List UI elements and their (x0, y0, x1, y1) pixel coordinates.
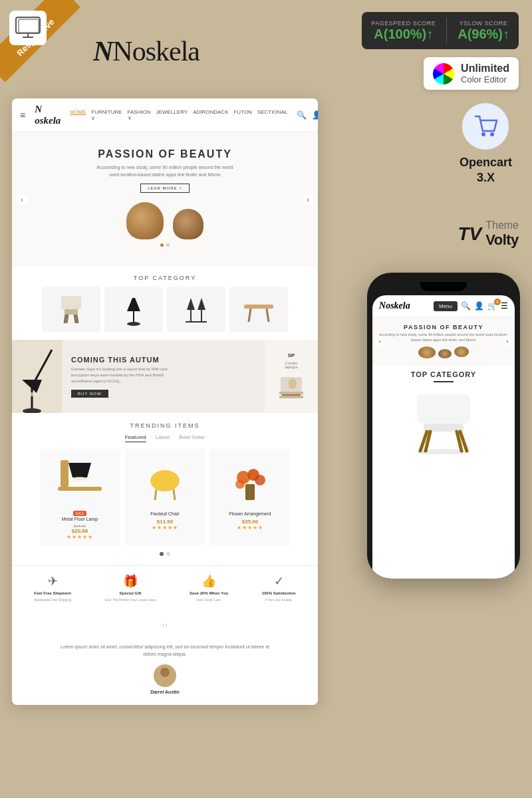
sale-badge: SALE (45, 511, 114, 515)
divider (446, 17, 447, 44)
trending-section: TRENDING ITEMS Featured Latest Best Sell… (12, 413, 318, 565)
reviewer-avatar (154, 664, 176, 687)
cat-item-lamp[interactable] (104, 287, 163, 332)
nav-furniture[interactable]: FURNITURE ∨ (91, 109, 122, 121)
phone-prev-arrow[interactable]: ‹ (375, 336, 384, 346)
check-icon: ✓ (274, 574, 284, 589)
cat-item-lamps[interactable] (167, 287, 225, 332)
phone-hamburger-icon[interactable]: ☰ (501, 301, 508, 311)
products-grid: SALE Metal Floor Lamp $28.00 $20.88 ★★★★… (21, 449, 309, 545)
dot-1[interactable] (160, 243, 164, 247)
pagespeed-score: A(100%)↑ (374, 27, 433, 42)
product-name-flower: Flower Arrangement (215, 511, 285, 516)
svg-line-22 (267, 309, 269, 322)
svg-rect-6 (61, 296, 81, 309)
feature-gift: 🎁 Special Gift Give The Perfect Your Lov… (104, 574, 156, 602)
phone-header: Noskela Menu 🔍 👤 🛒 8 ☰ (372, 295, 515, 317)
phone-mockup: Noskela Menu 🔍 👤 🛒 8 ☰ ‹ › PASSION OF BE… (367, 273, 520, 579)
svg-line-9 (76, 315, 78, 323)
tab-bestseller[interactable]: Best Seller (180, 434, 205, 442)
nav-jewellery[interactable]: JEWELLERY (156, 109, 188, 121)
svg-point-34 (289, 378, 297, 389)
phone-menu-btn[interactable]: Menu (434, 301, 458, 311)
product-price-flower: $35.00 (215, 519, 285, 525)
nav-futon[interactable]: FUTON (233, 109, 251, 121)
product-stars-chair: ★★★★★ (130, 525, 200, 531)
color-wheel-icon (433, 63, 454, 84)
svg-point-25 (23, 408, 41, 413)
phone-user-icon[interactable]: 👤 (474, 301, 484, 311)
product-price: $20.88 (45, 528, 114, 534)
pagespeed-item: PageSpeed Score A(100%)↑ (371, 20, 436, 42)
user-icon[interactable]: 👤 (312, 110, 318, 120)
preview-logo: N oskela (35, 104, 61, 126)
prev-arrow[interactable]: ‹ (16, 194, 28, 205)
svg-rect-51 (417, 394, 470, 424)
color-editor-line1: Unlimited (461, 63, 509, 74)
product-card-lamp: SALE Metal Floor Lamp $28.00 $20.88 ★★★★… (40, 449, 120, 545)
svg-point-45 (255, 475, 265, 485)
svg-rect-7 (65, 309, 78, 315)
buy-now-button[interactable]: BUY NOW (71, 390, 108, 398)
feature-title-sat: 100% Satisfaction (262, 591, 296, 595)
feature-desc-gift: Give The Perfect Your Loved Ones (104, 598, 156, 602)
feature-title-gift: Special Gift (120, 591, 142, 595)
thumbsup-icon: 👍 (201, 574, 216, 589)
tab-latest[interactable]: Latest (156, 434, 170, 442)
coming-desc: Gemato Says it's looking into a report t… (71, 366, 178, 384)
speed-badge: PageSpeed Score A(100%)↑ YSlow Score A(9… (362, 12, 519, 49)
feature-desc-disc: Use Credit Card. (197, 598, 221, 602)
hero-subtitle: Accoording to new study, some 90 million… (92, 164, 238, 178)
hero-button[interactable]: LEAR MORE > (140, 184, 190, 193)
svg-rect-29 (279, 392, 303, 394)
product-img-lamp (45, 454, 114, 507)
right-badges: PageSpeed Score A(100%)↑ YSlow Score A(9… (362, 12, 519, 90)
monitor-icon (9, 11, 47, 45)
opencart-badge: Opencart 3.X (460, 103, 512, 186)
svg-point-14 (127, 322, 140, 326)
product-name-chair: Fauteuil Chair (130, 511, 200, 516)
coming-right: SP Compulaptops (265, 340, 318, 413)
svg-line-8 (65, 315, 66, 323)
nav-adirondack[interactable]: ADIRONDACK (193, 109, 228, 121)
hero-title: PASSION OF BEAUTY (98, 148, 232, 160)
phone-search-icon[interactable]: 🔍 (461, 301, 471, 311)
phone-next-arrow[interactable]: › (503, 336, 512, 346)
search-icon[interactable]: 🔍 (297, 110, 307, 120)
phone-hero-title: PASSION OF BEAUTY (379, 324, 508, 331)
svg-rect-33 (279, 396, 303, 398)
nav-links: HOME FURNITURE ∨ FASHION ∨ JEWELLERY ADI… (70, 109, 287, 121)
vase-2 (173, 209, 203, 239)
hamburger-icon[interactable]: ≡ (20, 110, 25, 120)
nav-icons: 🔍 👤 🛒 (297, 110, 318, 120)
yslow-item: YSlow Score A(96%)↑ (458, 20, 509, 42)
product-img-chair (130, 454, 200, 507)
cart-badge-count: 8 (494, 299, 501, 305)
reviewer-name: Darrel Austin (23, 690, 307, 694)
product-img-flower (215, 454, 285, 507)
svg-marker-37 (68, 463, 91, 477)
cat-item-table[interactable] (229, 287, 288, 332)
svg-point-50 (157, 679, 173, 687)
nav-home[interactable]: HOME (70, 109, 86, 121)
desktop-preview: ≡ N oskela HOME FURNITURE ∨ FASHION ∨ JE… (12, 98, 318, 705)
vase-1 (126, 202, 164, 239)
svg-rect-32 (282, 394, 301, 396)
svg-point-39 (150, 470, 180, 491)
tab-featured[interactable]: Featured (125, 434, 146, 442)
phone-notch (420, 282, 467, 291)
pgn-dot-2[interactable] (166, 552, 170, 556)
pgn-dot-1[interactable] (160, 552, 164, 556)
product-price-chair: $11.90 (130, 519, 200, 525)
phone-hero: ‹ › PASSION OF BEAUTY according to new s… (372, 317, 515, 365)
gift-icon: 🎁 (123, 574, 138, 589)
feature-shipment: ✈ Fast Free Shipment Worldwide Free Ship… (34, 574, 71, 602)
nav-fashion[interactable]: FASHION ∨ (128, 109, 151, 121)
nav-sectional[interactable]: SECTIONAL (257, 109, 287, 121)
cat-item-chair[interactable] (42, 287, 100, 332)
next-arrow[interactable]: › (302, 194, 314, 205)
dot-2[interactable] (166, 243, 170, 247)
phone-cart-icon[interactable]: 🛒 8 (487, 301, 497, 311)
phone-logo: Noskela (379, 301, 410, 311)
product-name-lamp: Metal Floor Lamp (45, 517, 114, 521)
